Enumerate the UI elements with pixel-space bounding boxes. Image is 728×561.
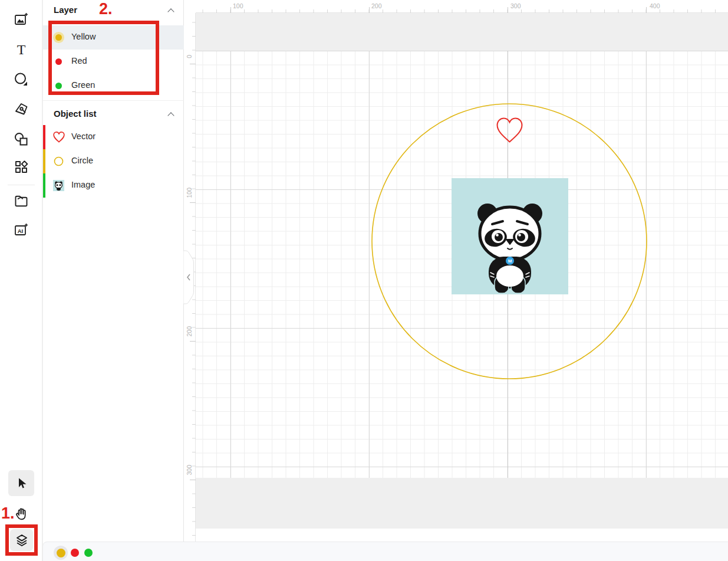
chevron-up-icon[interactable] [169, 8, 174, 14]
shapes-icon [14, 132, 29, 147]
elements-grid-icon [14, 160, 28, 174]
canvas-work-area[interactable]: M [196, 51, 728, 478]
object-row-image[interactable]: Image [43, 173, 184, 198]
ruler-label: 200 [371, 2, 382, 9]
pen-tool-button[interactable] [8, 97, 34, 123]
layer-color-dot-green [55, 83, 62, 89]
hand-pan-icon [14, 507, 28, 521]
chevron-up-icon[interactable] [169, 112, 174, 117]
panel-collapse-handle[interactable] [183, 250, 195, 304]
circle-outline-icon [52, 155, 65, 168]
ruler-label: 300 [186, 465, 193, 475]
object-name: Image [71, 180, 95, 189]
ruler-label: 0 [186, 55, 193, 58]
projects-folder-button[interactable] [8, 188, 34, 214]
object-layer-bar [43, 173, 45, 198]
canvas-out-of-bounds-bottom [196, 478, 728, 529]
object-name: Circle [71, 156, 93, 165]
svg-text:AI: AI [18, 228, 24, 234]
projects-folder-icon [14, 193, 29, 208]
layer-color-dot-red [55, 58, 62, 65]
object-name: Vector [71, 132, 95, 141]
ruler-label: 200 [186, 326, 193, 337]
layer-section-header: Layer [43, 0, 185, 20]
section-divider [43, 100, 184, 101]
ruler-horizontal-ticks [196, 0, 728, 13]
app-window: M 100 200 300 400 0 100 200 300 [0, 0, 728, 561]
layer-row-red[interactable]: Red [43, 50, 184, 74]
select-tool-button[interactable] [8, 470, 34, 496]
statusbar-layer-dot-red[interactable] [71, 549, 79, 557]
status-bar [42, 542, 728, 561]
layer-color-dot-yellow [55, 34, 62, 41]
object-section-header: Object list [43, 104, 185, 124]
layer-name: Green [71, 80, 95, 90]
object-row-circle[interactable]: Circle [43, 149, 184, 173]
svg-text:M: M [508, 258, 512, 264]
hand-tool-button[interactable] [8, 501, 34, 527]
text-icon: T [14, 42, 29, 57]
layer-row-yellow[interactable]: Yellow [43, 25, 184, 50]
statusbar-layer-dot-green[interactable] [84, 549, 93, 557]
layers-panel-icon [15, 533, 29, 547]
select-arrow-icon [15, 477, 28, 490]
object-layer-bar [43, 149, 45, 173]
shapes-tool-button[interactable] [8, 126, 34, 152]
panda-thumbnail [52, 179, 65, 192]
canvas-object-panda-image[interactable]: M [452, 178, 568, 294]
ruler-label: 100 [233, 2, 243, 9]
canvas-area: M 100 200 300 400 0 100 200 300 [184, 0, 728, 542]
ruler-label: 100 [186, 188, 193, 198]
text-tool-button[interactable]: T [8, 37, 34, 63]
layer-name: Yellow [71, 32, 95, 41]
ruler-corner [184, 0, 196, 13]
object-layer-bar [43, 125, 45, 149]
pen-tool-icon [14, 102, 29, 117]
yellow-dot-icon [57, 549, 65, 557]
ai-image-icon: AI [14, 222, 29, 238]
left-toolbar: T [0, 0, 42, 561]
object-row-vector[interactable]: Vector [43, 125, 184, 149]
statusbar-layer-dot-yellow[interactable] [54, 546, 68, 560]
insert-image-button[interactable] [8, 6, 34, 32]
heart-outline-icon [52, 131, 65, 143]
layers-panel-button[interactable] [10, 529, 33, 551]
toolbar-divider [8, 185, 35, 185]
side-panel: Layer Yellow Red Green Object list [42, 0, 184, 561]
ellipse-tool-button[interactable] [8, 67, 34, 93]
elements-grid-button[interactable] [8, 154, 34, 180]
ruler-horizontal: 100 200 300 400 [184, 0, 728, 13]
layer-row-green[interactable]: Green [43, 74, 184, 98]
layer-section-title: Layer [54, 5, 77, 15]
svg-text:T: T [17, 42, 26, 57]
ai-image-button[interactable]: AI [8, 217, 34, 243]
object-section-title: Object list [54, 109, 97, 119]
ellipse-tool-icon [14, 72, 29, 87]
layer-name: Red [71, 56, 87, 65]
ruler-label: 300 [510, 2, 521, 9]
ruler-label: 400 [650, 2, 660, 9]
canvas-object-heart-vector[interactable] [496, 117, 523, 144]
insert-image-icon [14, 12, 29, 27]
